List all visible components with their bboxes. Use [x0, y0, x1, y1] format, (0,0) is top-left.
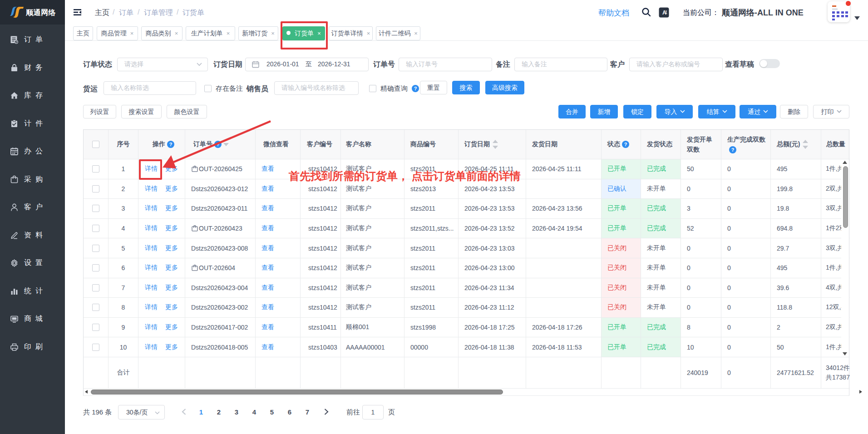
svg-text:A: A: [662, 10, 666, 16]
